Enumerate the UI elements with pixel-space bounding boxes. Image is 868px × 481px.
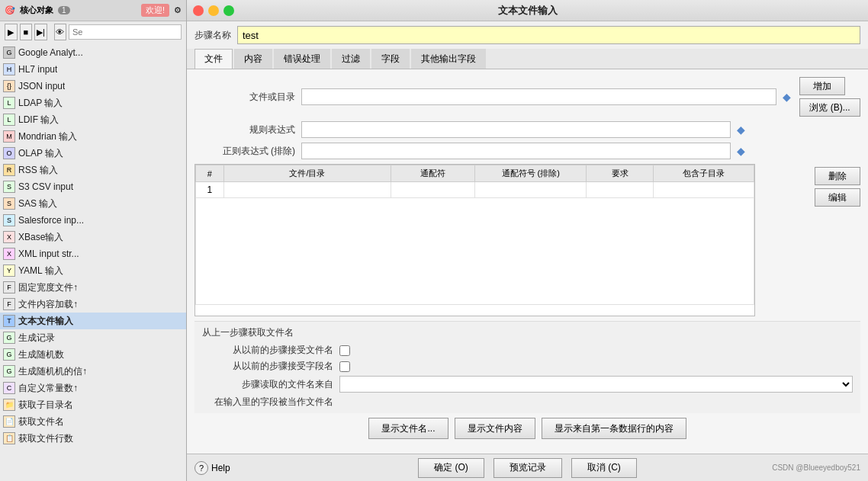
table-row[interactable]: 1 xyxy=(196,182,754,198)
step-name-row: 步骤名称 xyxy=(187,21,868,49)
tab-error[interactable]: 错误处理 xyxy=(274,49,330,69)
app-menu-row: 🎯 核心对象 1 欢迎! ⚙ xyxy=(0,0,186,21)
rss-icon: R xyxy=(3,164,15,176)
sidebar-item-salesforce[interactable]: S Salesforce inp... xyxy=(0,212,186,229)
file-dir-input-container: ◆ xyxy=(301,88,793,105)
close-button[interactable] xyxy=(193,5,204,16)
ldif-icon: L xyxy=(3,114,15,126)
show-filenames-button[interactable]: 显示文件名... xyxy=(368,418,448,439)
stop-button[interactable]: ■ xyxy=(20,24,33,40)
minimize-button[interactable] xyxy=(208,5,219,16)
sidebar-item-olap[interactable]: O OLAP 输入 xyxy=(0,145,186,162)
core-objects-label: 核心对象 xyxy=(20,5,53,16)
search-input[interactable] xyxy=(69,24,182,40)
help-button[interactable]: ? Help xyxy=(194,461,230,475)
sidebar-item-file-content[interactable]: F 文件内容加载↑ xyxy=(0,296,186,313)
tab-filter[interactable]: 过滤 xyxy=(332,49,370,69)
col-include-sub: 包含子目录 xyxy=(654,165,754,182)
tab-other-fields[interactable]: 其他输出字段 xyxy=(411,49,486,69)
cell-wildcard xyxy=(391,182,475,198)
sidebar-item-get-filename[interactable]: 📄 获取文件名 xyxy=(0,413,186,430)
sidebar-item-json[interactable]: {} JSON input xyxy=(0,78,186,95)
file-dir-diamond-btn[interactable]: ◆ xyxy=(780,90,793,104)
col-exclude-wildcard: 通配符号 (排除) xyxy=(475,165,587,182)
regex-input[interactable] xyxy=(301,121,731,138)
regex-diamond-btn[interactable]: ◆ xyxy=(734,123,747,136)
bottom-rows: 从以前的步骤接受文件名 从以前的步骤接受字段名 步骤读取的文件名来自 xyxy=(202,344,853,409)
step-name-input[interactable] xyxy=(237,26,860,44)
cancel-button[interactable]: 取消 (C) xyxy=(571,458,637,478)
preview-button[interactable]: 预览记录 xyxy=(493,458,562,478)
sidebar-item-ldif[interactable]: L LDIF 输入 xyxy=(0,111,186,128)
step-button[interactable]: ▶| xyxy=(34,24,47,40)
tab-file[interactable]: 文件 xyxy=(194,49,233,69)
sidebar-item-google[interactable]: G Google Analyt... xyxy=(0,44,186,61)
sidebar-item-mondrian[interactable]: M Mondrian 输入 xyxy=(0,128,186,145)
browse-button[interactable]: 浏览 (B)... xyxy=(799,98,860,117)
show-first-row-button[interactable]: 显示来自第一条数据行的内容 xyxy=(542,418,686,439)
accept-fieldname-checkbox[interactable] xyxy=(339,361,350,372)
regex-label: 规则表达式 xyxy=(194,123,301,136)
sidebar-item-yaml[interactable]: Y YAML 输入 xyxy=(0,262,186,279)
sidebar-item-generate-random-info[interactable]: G 生成随机机的信↑ xyxy=(0,363,186,380)
sas-icon: S xyxy=(3,197,15,210)
app-toolbar-row: ▶ ■ ▶| 👁 xyxy=(0,21,186,43)
cell-exclude xyxy=(475,182,587,198)
from-prev-step-section: 从上一步骤获取文件名 从以前的步骤接受文件名 从以前的步骤接受字段名 步骤读取的… xyxy=(194,321,860,413)
file-dir-input[interactable] xyxy=(301,88,776,105)
target-icon: 🎯 xyxy=(5,5,15,15)
show-content-button[interactable]: 显示文件内容 xyxy=(455,418,535,439)
accept-filename-checkbox[interactable] xyxy=(339,345,350,356)
sidebar-item-generate-record[interactable]: G 生成记录 xyxy=(0,329,186,346)
delete-button[interactable]: 删除 xyxy=(815,167,860,185)
sidebar-list: G Google Analyt... H HL7 input {} JSON i… xyxy=(0,43,186,481)
mondrian-icon: M xyxy=(3,130,15,143)
tab-content[interactable]: 内容 xyxy=(234,49,272,69)
sidebar-item-sas[interactable]: S SAS 输入 xyxy=(0,195,186,212)
sidebar-item-fixed-width[interactable]: F 固定宽度文件↑ xyxy=(0,279,186,296)
help-label: Help xyxy=(211,463,230,473)
sidebar-item-generate-random[interactable]: G 生成随机数 xyxy=(0,346,186,363)
sidebar-item-ldap[interactable]: L LDAP 输入 xyxy=(0,95,186,111)
col-num: # xyxy=(196,165,224,182)
maximize-button[interactable] xyxy=(223,5,234,16)
window-controls xyxy=(193,5,234,16)
hl7-icon: H xyxy=(3,63,15,75)
step-filename-from-label: 步骤读取的文件名来自 xyxy=(202,378,339,391)
xml-icon: X xyxy=(3,248,15,260)
bottom-action-btns: 显示文件名... 显示文件内容 显示来自第一条数据行的内容 xyxy=(194,413,860,444)
regex-row: 规则表达式 ◆ xyxy=(194,121,860,138)
json-icon: {} xyxy=(3,80,15,92)
add-button[interactable]: 增加 xyxy=(799,77,845,95)
s3csv-icon: S xyxy=(3,181,15,193)
tab-welcome[interactable]: 欢迎! xyxy=(141,4,169,17)
table-side-buttons: 删除 编辑 xyxy=(809,164,860,316)
get-filename-icon: 📄 xyxy=(3,415,15,428)
accept-filename-row: 从以前的步骤接受文件名 xyxy=(202,344,853,357)
edit-button[interactable]: 编辑 xyxy=(815,188,860,207)
tab-settings[interactable]: ⚙ xyxy=(174,5,182,15)
sidebar-item-custom-const[interactable]: C 自定义常量数↑ xyxy=(0,380,186,396)
sidebar-item-text-input[interactable]: T 文本文件输入 xyxy=(0,313,186,329)
sidebar-item-s3csv[interactable]: S S3 CSV input xyxy=(0,178,186,195)
field-as-filename-label: 在输入里的字段被当作文件名 xyxy=(202,396,339,409)
eye-button[interactable]: 👁 xyxy=(54,24,67,40)
step-filename-from-select[interactable] xyxy=(339,376,853,393)
exclude-regex-diamond-btn[interactable]: ◆ xyxy=(734,144,747,158)
sidebar-item-rss[interactable]: R RSS 输入 xyxy=(0,162,186,178)
dialog-titlebar: 文本文件输入 xyxy=(187,0,868,21)
generate-random-info-icon: G xyxy=(3,365,15,377)
sidebar-item-get-linecount[interactable]: 📋 获取文件行数 xyxy=(0,430,186,447)
exclude-regex-input[interactable] xyxy=(301,143,731,159)
tab-fields[interactable]: 字段 xyxy=(371,49,410,69)
sidebar-item-hl7[interactable]: H HL7 input xyxy=(0,61,186,78)
play-button[interactable]: ▶ xyxy=(5,24,18,40)
generate-random-icon: G xyxy=(3,348,15,361)
exclude-regex-row: 正则表达式 (排除) ◆ xyxy=(194,143,860,159)
col-wildcard: 通配符 xyxy=(391,165,475,182)
exclude-regex-label: 正则表达式 (排除) xyxy=(194,145,301,158)
sidebar-item-xml[interactable]: X XML input str... xyxy=(0,245,186,262)
sidebar-item-get-subdir[interactable]: 📁 获取子目录名 xyxy=(0,396,186,413)
sidebar-item-xbase[interactable]: X XBase输入 xyxy=(0,229,186,245)
confirm-button[interactable]: 确定 (O) xyxy=(418,458,484,478)
